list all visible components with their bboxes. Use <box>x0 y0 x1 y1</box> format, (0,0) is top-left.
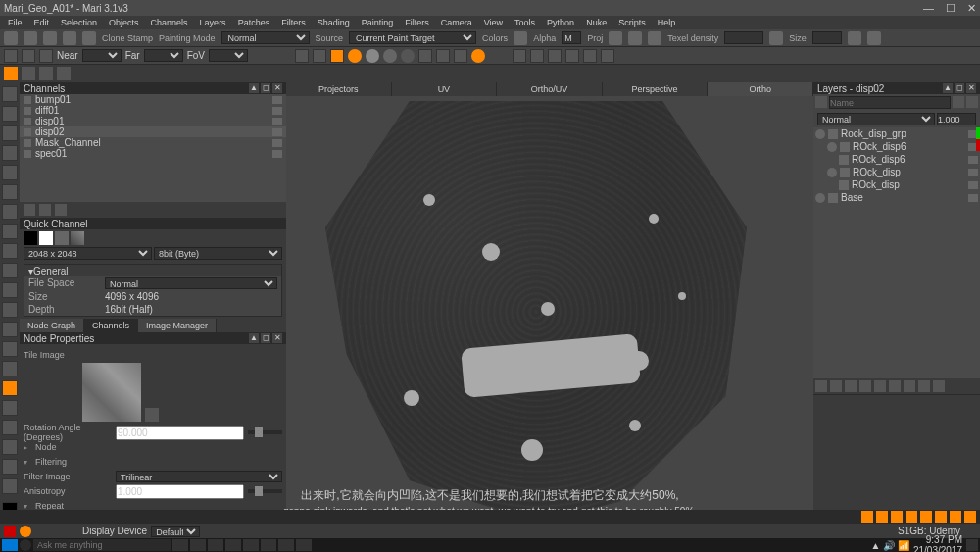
panel-undock-icon[interactable]: ◻ <box>261 333 270 343</box>
hand-tool[interactable] <box>2 165 18 180</box>
vp-tab-orthouv[interactable]: Ortho/UV <box>497 82 603 96</box>
eraser-tool[interactable] <box>2 125 18 141</box>
add-folder-icon[interactable] <box>830 380 842 392</box>
clear-icon[interactable] <box>966 96 978 108</box>
fov-select[interactable] <box>209 49 248 62</box>
status-icon-3[interactable] <box>35 526 47 537</box>
notif-icon[interactable] <box>891 511 903 523</box>
menu-patches[interactable]: Patches <box>234 18 274 27</box>
expand-icon[interactable]: ▸ <box>24 443 31 452</box>
anisotropy-slider[interactable] <box>248 489 282 493</box>
view-tool-7[interactable] <box>401 49 415 63</box>
status-icon-5[interactable] <box>67 526 78 537</box>
tool3-3[interactable] <box>39 67 53 80</box>
visibility-icon[interactable] <box>827 142 837 152</box>
proj-icon-3[interactable] <box>648 31 662 45</box>
tile-image-thumbnail[interactable] <box>82 363 141 422</box>
scale-tool[interactable] <box>2 224 18 239</box>
tool2-3[interactable] <box>39 49 53 63</box>
add-layer-icon[interactable] <box>815 380 827 392</box>
minimize-button[interactable]: — <box>923 2 934 15</box>
panel-undock-icon[interactable]: ◻ <box>261 83 270 93</box>
tray-icons[interactable]: ▲ 🔊 📶 <box>870 540 908 551</box>
align-tool-1[interactable] <box>513 49 526 63</box>
menu-view[interactable]: View <box>480 18 507 27</box>
swatch-black[interactable] <box>24 231 37 245</box>
rotation-input[interactable] <box>116 426 244 440</box>
view-tool-1[interactable] <box>295 49 309 63</box>
app-icon[interactable] <box>225 539 241 551</box>
menu-tools[interactable]: Tools <box>511 18 539 27</box>
add-adjustment-icon[interactable] <box>859 380 871 392</box>
flatten-icon[interactable] <box>918 380 930 392</box>
panel-close-icon[interactable]: ✕ <box>272 83 282 93</box>
painting-mode-select[interactable]: Normal <box>221 31 310 44</box>
menu-scripts[interactable]: Scripts <box>614 18 650 27</box>
close-button[interactable]: ✕ <box>967 2 976 15</box>
filter-image-select[interactable]: Trilinear <box>116 471 282 482</box>
new-icon[interactable] <box>4 31 18 45</box>
filter-icon[interactable] <box>953 96 964 108</box>
align-tool-3[interactable] <box>548 49 562 63</box>
open-icon[interactable] <box>24 31 37 45</box>
end-icon-2[interactable] <box>867 31 881 45</box>
crop-tool[interactable] <box>2 459 18 475</box>
rotate-tool[interactable] <box>2 204 18 220</box>
tool-icon-2[interactable] <box>82 31 96 45</box>
delete-channel-icon[interactable] <box>39 204 51 216</box>
panel-pin-icon[interactable]: ▲ <box>943 83 953 93</box>
opacity-input[interactable] <box>937 113 976 125</box>
panel-pin-icon[interactable]: ▲ <box>249 333 259 343</box>
browse-icon[interactable] <box>145 408 159 422</box>
rotation-slider[interactable] <box>248 430 282 434</box>
layer-end-icon[interactable] <box>968 194 978 202</box>
align-tool-6[interactable] <box>601 49 614 63</box>
clock-date[interactable]: 21/03/2017 <box>913 545 962 552</box>
view-tool-2[interactable] <box>313 49 326 63</box>
viewport-canvas[interactable] <box>286 96 813 524</box>
app-icon[interactable] <box>261 539 276 551</box>
delete-layer-icon[interactable] <box>874 380 886 392</box>
panel-undock-icon[interactable]: ◻ <box>955 83 964 93</box>
tool2-2[interactable] <box>22 49 35 63</box>
fill-tool[interactable] <box>2 302 18 318</box>
more-icon[interactable] <box>933 380 945 392</box>
transform-tool[interactable] <box>2 439 18 455</box>
select-tool[interactable] <box>2 86 18 102</box>
layers-list[interactable]: Rock_disp_grp ROck_disp6 ROck_disp6 ROck… <box>813 127 980 378</box>
bit-depth-select[interactable]: 8bit (Byte) <box>154 247 282 260</box>
view-tool-4[interactable] <box>348 49 362 63</box>
tool3-2[interactable] <box>22 67 35 80</box>
lasso-tool[interactable] <box>2 263 18 278</box>
visibility-icon[interactable] <box>827 168 837 177</box>
menu-selection[interactable]: Selection <box>57 18 101 27</box>
layer-end-icon[interactable] <box>968 169 978 176</box>
blend-mode-select[interactable]: Normal <box>817 113 935 125</box>
blur-tool[interactable] <box>2 341 18 357</box>
visibility-icon[interactable] <box>815 193 825 203</box>
notif-icon[interactable] <box>935 511 947 523</box>
menu-help[interactable]: Help <box>654 18 680 27</box>
move-tool[interactable] <box>2 184 18 200</box>
menu-objects[interactable]: Objects <box>105 18 143 27</box>
action-center-icon[interactable] <box>966 539 978 551</box>
clone-tool[interactable] <box>2 145 18 161</box>
file-space-select[interactable]: Normal <box>105 277 277 289</box>
view-tool-10[interactable] <box>454 49 467 63</box>
status-icon-1[interactable] <box>4 526 16 537</box>
view-tool-3[interactable] <box>330 49 344 63</box>
menu-nuke[interactable]: Nuke <box>582 18 611 27</box>
duplicate-channel-icon[interactable] <box>55 204 67 216</box>
view-tool-11[interactable] <box>471 49 485 63</box>
view-tool-8[interactable] <box>418 49 432 63</box>
menu-shading[interactable]: Shading <box>314 18 354 27</box>
menu-camera[interactable]: Camera <box>437 18 476 27</box>
resolution-select[interactable]: 2048 x 2048 <box>24 247 152 260</box>
zoom-tool[interactable] <box>2 478 18 494</box>
notif-icon[interactable] <box>950 511 961 523</box>
maximize-button[interactable]: ☐ <box>946 2 956 15</box>
source-select[interactable]: Current Paint Target <box>349 31 476 44</box>
app-icon[interactable] <box>296 539 312 551</box>
duplicate-layer-icon[interactable] <box>889 380 901 392</box>
collapse-icon[interactable]: ▾ <box>24 458 31 467</box>
